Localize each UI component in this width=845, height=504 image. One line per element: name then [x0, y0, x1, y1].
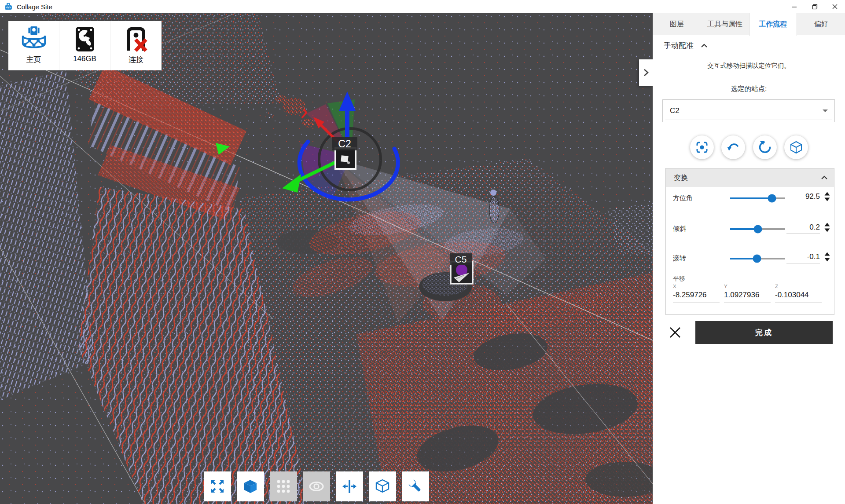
tilt-row: 倾斜 0.2 [673, 220, 830, 238]
axis-z-label: Z [775, 284, 778, 289]
manual-registration-header[interactable]: 手动配准 [664, 40, 708, 51]
main-toolbar: 主页 146GB [8, 21, 162, 70]
close-icon [832, 4, 838, 9]
station-marker-c2[interactable]: C2 [332, 137, 357, 169]
window-title: Collage Site [17, 3, 52, 11]
visibility-button[interactable] [303, 471, 330, 501]
center-on-scan-icon [695, 141, 709, 154]
axis-x-label: X [673, 284, 676, 289]
minimize-icon [792, 4, 797, 9]
spinner-down-icon [824, 258, 830, 262]
transform-title: 变换 [674, 173, 821, 183]
split-compare-button[interactable] [336, 471, 363, 501]
spinner-up-icon [824, 252, 830, 256]
azimuth-value-field[interactable]: 92.5 [786, 192, 820, 203]
manual-registration-title: 手动配准 [664, 40, 694, 51]
station-label-c2: C2 [338, 138, 351, 150]
registration-description: 交互式移动扫描以定位它们。 [653, 62, 845, 70]
hard-drive-icon [73, 25, 97, 54]
azimuth-slider-thumb[interactable] [768, 194, 776, 203]
close-icon [669, 327, 681, 338]
tools-wrench-button[interactable] [402, 471, 429, 501]
transform-header[interactable]: 变换 [666, 168, 834, 187]
tilt-slider[interactable] [730, 228, 785, 230]
registration-actions [690, 135, 808, 159]
toolbar-label-connect: 连接 [129, 55, 143, 65]
app-icon [4, 2, 13, 11]
done-button[interactable]: 完成 [695, 321, 833, 344]
azimuth-row: 方位角 92.5 [673, 190, 830, 207]
registration-footer: 完成 [668, 321, 833, 344]
tab-tools-properties[interactable]: 工具与属性 [701, 13, 749, 35]
translation-x-field[interactable]: -8.259726 [673, 291, 720, 303]
roll-value-field[interactable]: -0.1 [786, 252, 820, 263]
tilt-slider-thumb[interactable] [753, 225, 762, 234]
bounding-box-icon [790, 141, 803, 154]
close-button[interactable] [825, 0, 845, 13]
translation-label: 平移 [673, 275, 685, 283]
fit-view-button[interactable] [204, 471, 231, 501]
tab-preferences[interactable]: 偏好 [797, 13, 845, 35]
wireframe-cube-button[interactable] [369, 471, 396, 501]
point-grid-icon [276, 478, 291, 494]
restore-icon [812, 4, 818, 10]
scan-station-network-icon [20, 25, 48, 54]
toolbar-button-connect[interactable]: 连接 [110, 21, 162, 70]
tab-layers[interactable]: 图层 [653, 13, 701, 35]
spinner-up-icon [824, 192, 830, 196]
translation-y-field[interactable]: 1.0927936 [724, 291, 771, 303]
undo-icon [727, 141, 740, 154]
station-marker-c5[interactable]: C5 [450, 253, 473, 284]
transform-section: 变换 方位角 92.5 倾斜 0.2 滚转 - [665, 168, 834, 315]
azimuth-label: 方位角 [673, 194, 693, 202]
roll-slider-thumb[interactable] [753, 255, 761, 263]
tilt-spinner[interactable] [824, 223, 830, 232]
fit-view-icon [209, 478, 225, 494]
cancel-registration-button[interactable] [668, 325, 682, 340]
scanner-disconnected-icon [123, 25, 149, 54]
translation-z-field[interactable]: -0.103044 [775, 291, 822, 303]
panel-collapse-button[interactable] [639, 59, 653, 86]
roll-spinner[interactable] [824, 252, 830, 262]
viewport-scene[interactable]: C5 C2 [0, 13, 653, 504]
bounding-box-button[interactable] [784, 135, 808, 159]
spinner-up-icon [824, 223, 830, 226]
reset-rotation-icon [758, 141, 772, 154]
azimuth-spinner[interactable] [824, 192, 830, 201]
spinner-down-icon [824, 197, 830, 201]
title-bar: Collage Site [0, 0, 845, 13]
center-on-scan-button[interactable] [690, 135, 714, 159]
wireframe-cube-icon [375, 478, 390, 494]
axis-y-label: Y [724, 284, 727, 289]
solid-cube-view-icon [242, 478, 258, 494]
roll-label: 滚转 [673, 254, 686, 263]
split-compare-icon [342, 478, 357, 494]
point-grid-button[interactable] [270, 471, 297, 501]
reset-rotation-button[interactable] [753, 135, 777, 159]
spinner-down-icon [824, 228, 830, 232]
station-select-value: C2 [670, 106, 822, 115]
tools-wrench-icon [408, 478, 423, 494]
tilt-value-field[interactable]: 0.2 [786, 223, 820, 234]
selected-station-label: 选定的站点: [653, 84, 845, 94]
restore-button[interactable] [805, 0, 825, 13]
tab-workflow[interactable]: 工作流程 [749, 13, 797, 36]
station-select[interactable]: C2 [662, 99, 835, 122]
chevron-right-icon [643, 68, 649, 77]
minimize-button[interactable] [784, 0, 805, 13]
right-panel: 图层 工具与属性 工作流程 偏好 手动配准 交互式移动扫描以定位它们。 选定的站… [653, 13, 845, 504]
chevron-up-icon [701, 44, 708, 48]
visibility-icon [308, 478, 325, 494]
roll-slider[interactable] [730, 258, 785, 259]
toolbar-label-home: 主页 [26, 55, 41, 65]
chevron-up-icon [821, 175, 828, 180]
solid-cube-view-button[interactable] [237, 471, 264, 501]
toolbar-button-home[interactable]: 主页 [8, 21, 59, 70]
station-label-c5: C5 [455, 254, 467, 264]
tilt-label: 倾斜 [673, 225, 686, 233]
toolbar-button-storage[interactable]: 146GB [59, 21, 110, 70]
panel-tabs: 图层 工具与属性 工作流程 偏好 [653, 13, 845, 35]
azimuth-slider[interactable] [730, 197, 785, 199]
viewport[interactable]: C5 C2 [0, 13, 653, 504]
undo-button[interactable] [721, 135, 745, 159]
